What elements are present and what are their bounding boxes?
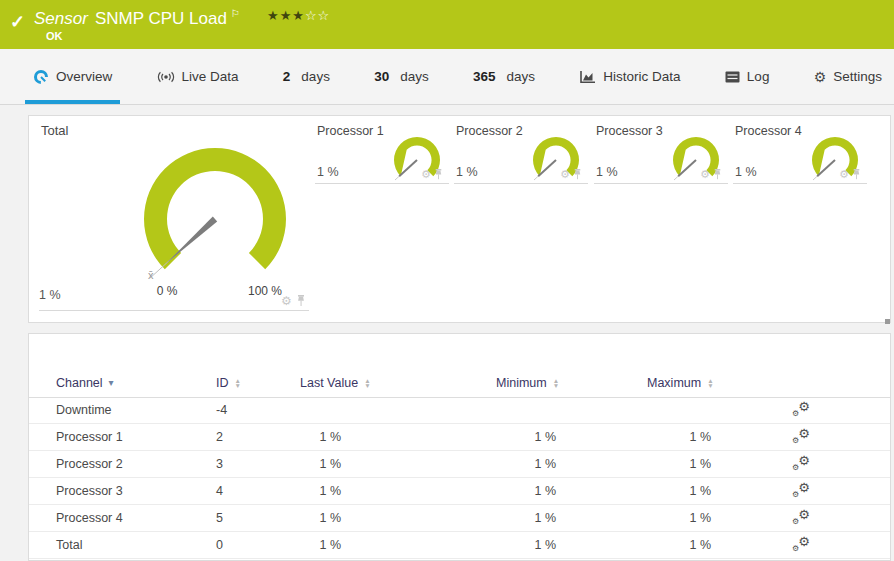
- sort-desc-icon: ▾: [109, 369, 114, 397]
- tab-30-days[interactable]: 30days: [366, 49, 437, 104]
- table-row-processor-4[interactable]: Processor 4 5 1 % 1 % 1 % ⚙⚙: [29, 505, 890, 532]
- processor-1-gauge: [389, 132, 447, 190]
- cell-channel: Total: [56, 532, 82, 559]
- settings-gear-icon: ⚙: [814, 70, 827, 84]
- tab-label: Settings: [833, 69, 882, 84]
- cell-channel: Processor 4: [56, 505, 123, 532]
- tab-number: 30: [374, 69, 389, 84]
- star-filled-icons[interactable]: ★★★: [267, 8, 305, 23]
- mini-gauge-cell-processor-1: Processor 1 1 % ⚙: [315, 116, 451, 324]
- sensor-header-bar: ✓ SensorSNMP CPU Load⚐ ★★★☆☆ OK: [0, 0, 894, 49]
- sort-both-icon: ▲▼: [364, 378, 370, 388]
- gauge-settings-gear-icon[interactable]: ⚙: [700, 169, 710, 180]
- tab-log[interactable]: Log: [717, 49, 778, 104]
- cell-minimum: 1 %: [456, 505, 556, 532]
- sensor-name: SNMP CPU Load: [95, 9, 227, 28]
- column-header-last-value[interactable]: Last Value ▲▼: [300, 369, 371, 397]
- cell-channel: Processor 2: [56, 451, 123, 478]
- column-header-label: Minimum: [496, 369, 547, 397]
- channel-settings-icon[interactable]: ⚙⚙: [792, 454, 810, 472]
- column-header-channel[interactable]: Channel ▾: [56, 369, 114, 397]
- column-header-label: Maximum: [647, 369, 701, 397]
- tab-label: Overview: [56, 69, 112, 84]
- gauge-settings-gear-icon[interactable]: ⚙: [281, 295, 292, 307]
- gauges-panel: Total x̄ 0 % 100 % 1 % ⚙ Processor 1 1 %…: [28, 115, 891, 323]
- pin-icon[interactable]: [713, 169, 722, 180]
- cell-id: 3: [216, 451, 223, 478]
- table-row-downtime[interactable]: Downtime -4 ⚙⚙: [29, 397, 890, 424]
- total-gauge: [130, 134, 300, 284]
- gauge-settings-gear-icon[interactable]: ⚙: [560, 169, 570, 180]
- tab-number: 365: [473, 69, 496, 84]
- column-header-maximum[interactable]: Maximum ▲▼: [647, 369, 714, 397]
- cell-id: -4: [216, 397, 227, 424]
- pin-icon[interactable]: [852, 169, 861, 180]
- cell-channel: Downtime: [56, 397, 112, 424]
- priority-stars[interactable]: ★★★☆☆: [267, 8, 330, 23]
- cell-maximum: 1 %: [611, 424, 711, 451]
- cell-id: 5: [216, 505, 223, 532]
- pin-icon[interactable]: [296, 295, 306, 307]
- tab-overview[interactable]: Overview: [25, 49, 120, 104]
- gauge-min-label: 0 %: [147, 284, 187, 298]
- mini-gauge-value: 1 %: [596, 165, 618, 179]
- divider: [454, 183, 588, 184]
- tab-label: Live Data: [182, 69, 239, 84]
- mini-gauge-value: 1 %: [735, 165, 757, 179]
- mini-gauge-cell-processor-2: Processor 2 1 % ⚙: [454, 116, 590, 324]
- tab-live-data[interactable]: Live Data: [149, 49, 247, 104]
- cell-last-value: 1 %: [261, 451, 341, 478]
- table-row-processor-3[interactable]: Processor 3 4 1 % 1 % 1 % ⚙⚙: [29, 478, 890, 505]
- cell-minimum: 1 %: [456, 478, 556, 505]
- gauge-settings-gear-icon[interactable]: ⚙: [421, 169, 431, 180]
- tab-2-days[interactable]: 2days: [275, 49, 338, 104]
- status-badge: OK: [46, 30, 63, 42]
- cell-maximum: 1 %: [611, 505, 711, 532]
- column-header-minimum[interactable]: Minimum ▲▼: [496, 369, 559, 397]
- flag-icon[interactable]: ⚐: [231, 8, 240, 19]
- tab-label: Log: [747, 69, 770, 84]
- tab-settings[interactable]: ⚙ Settings: [806, 49, 890, 104]
- channel-settings-icon[interactable]: ⚙⚙: [792, 535, 810, 553]
- divider: [315, 183, 449, 184]
- mini-gauge-cell-processor-4: Processor 4 1 % ⚙: [733, 116, 869, 324]
- cell-last-value: 1 %: [261, 478, 341, 505]
- table-row-total[interactable]: Total 0 1 % 1 % 1 % ⚙⚙: [29, 532, 890, 559]
- pin-icon[interactable]: [573, 169, 582, 180]
- sort-both-icon: ▲▼: [707, 378, 713, 388]
- tab-historic-data[interactable]: Historic Data: [571, 49, 688, 104]
- channel-settings-icon[interactable]: ⚙⚙: [792, 481, 810, 499]
- cell-channel: Processor 1: [56, 424, 123, 451]
- cell-id: 2: [216, 424, 223, 451]
- star-empty-icons[interactable]: ☆☆: [305, 8, 330, 23]
- cell-maximum: 1 %: [611, 478, 711, 505]
- tab-365-days[interactable]: 365days: [465, 49, 543, 104]
- mini-gauge-cell-processor-3: Processor 3 1 % ⚙: [594, 116, 730, 324]
- tab-unit: days: [301, 69, 330, 84]
- table-row-processor-2[interactable]: Processor 2 3 1 % 1 % 1 % ⚙⚙: [29, 451, 890, 478]
- live-data-icon: [157, 70, 175, 84]
- tab-unit: days: [507, 69, 536, 84]
- divider: [594, 183, 728, 184]
- gauge-settings-gear-icon[interactable]: ⚙: [839, 169, 849, 180]
- tab-label: Historic Data: [603, 69, 680, 84]
- gauge-icon: [33, 69, 49, 85]
- channel-settings-icon[interactable]: ⚙⚙: [792, 508, 810, 526]
- gauge-needle: [166, 217, 217, 264]
- mini-gauge-label: Processor 4: [735, 124, 802, 138]
- channel-settings-icon[interactable]: ⚙⚙: [792, 400, 810, 418]
- table-row-processor-1[interactable]: Processor 1 2 1 % 1 % 1 % ⚙⚙: [29, 424, 890, 451]
- cell-minimum: 1 %: [456, 532, 556, 559]
- cell-maximum: 1 %: [611, 451, 711, 478]
- divider: [733, 183, 867, 184]
- sort-both-icon: ▲▼: [553, 378, 559, 388]
- pin-icon[interactable]: [434, 169, 443, 180]
- tab-number: 2: [283, 69, 291, 84]
- cell-maximum: 1 %: [611, 532, 711, 559]
- mini-gauge-label: Processor 2: [456, 124, 523, 138]
- cell-last-value: 1 %: [261, 424, 341, 451]
- cell-minimum: 1 %: [456, 451, 556, 478]
- resize-grip[interactable]: [885, 319, 890, 324]
- channel-settings-icon[interactable]: ⚙⚙: [792, 427, 810, 445]
- column-header-id[interactable]: ID ▲▼: [216, 369, 241, 397]
